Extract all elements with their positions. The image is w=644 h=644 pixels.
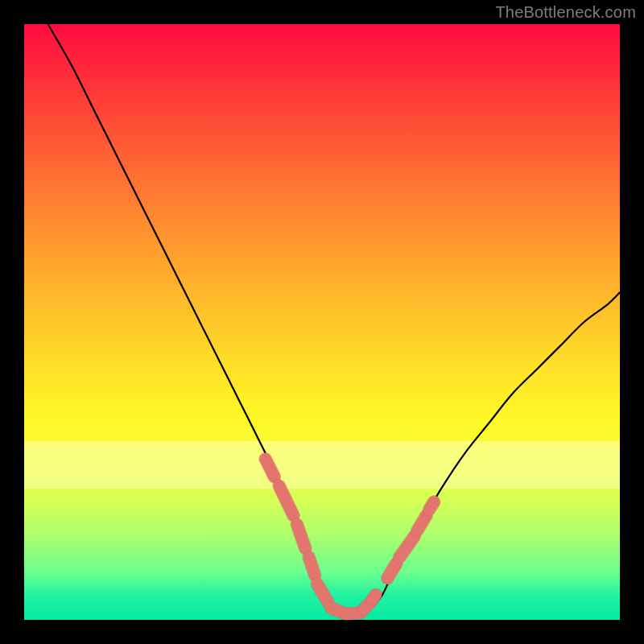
marker-segment: [373, 595, 376, 599]
bottleneck-curve: [48, 24, 620, 615]
watermark-text: TheBottleneck.com: [495, 3, 636, 22]
plot-area: [24, 24, 620, 620]
marker-segment: [309, 557, 315, 575]
marker-segment: [399, 536, 415, 557]
marker-segment: [279, 486, 294, 516]
marker-segment: [297, 525, 305, 549]
marker-segment: [387, 564, 396, 579]
marker-segment: [417, 516, 426, 531]
marker-group: [266, 459, 434, 613]
curve-layer: [24, 24, 620, 620]
chart-stage: TheBottleneck.com: [0, 0, 644, 644]
marker-segment: [429, 502, 434, 510]
marker-segment: [266, 459, 275, 477]
